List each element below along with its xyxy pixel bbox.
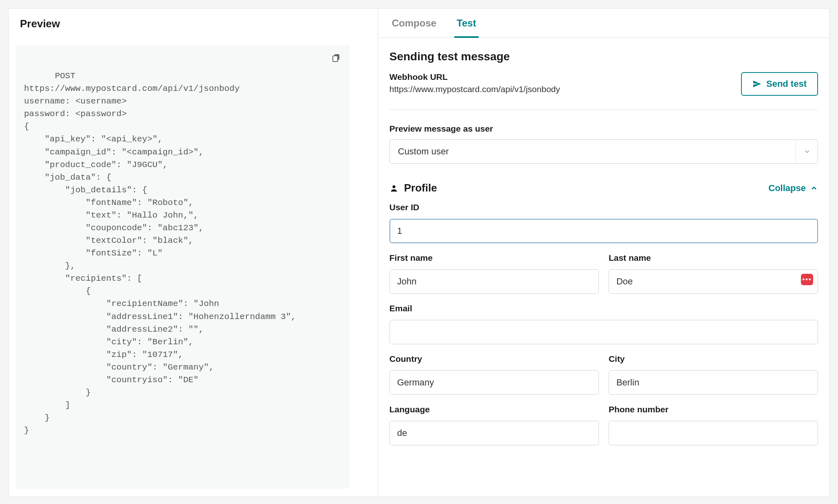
- more-icon[interactable]: •••: [801, 274, 813, 285]
- chevron-up-icon: [810, 184, 818, 192]
- first-name-label: First name: [389, 253, 599, 263]
- user-id-input[interactable]: [389, 219, 818, 243]
- country-input[interactable]: [389, 370, 599, 395]
- country-label: Country: [389, 354, 599, 364]
- preview-title: Preview: [9, 9, 378, 37]
- phone-input[interactable]: [609, 421, 818, 445]
- city-input[interactable]: [609, 370, 818, 395]
- profile-title-text: Profile: [404, 182, 437, 194]
- svg-point-2: [392, 185, 395, 188]
- tab-test[interactable]: Test: [454, 9, 479, 38]
- last-name-input[interactable]: [609, 269, 818, 294]
- language-input[interactable]: [389, 421, 599, 445]
- email-label: Email: [389, 304, 818, 313]
- profile-title: Profile: [389, 182, 437, 194]
- person-icon: [389, 184, 398, 193]
- collapse-button[interactable]: Collapse: [768, 183, 818, 194]
- code-preview: POST https://www.mypostcard.com/api/v1/j…: [16, 46, 350, 489]
- preview-user-value: Custom user: [389, 139, 818, 164]
- app-container: Preview POST https://www.mypostcard.com/…: [8, 8, 830, 497]
- tab-bar: Compose Test: [378, 9, 829, 38]
- profile-header: Profile Collapse: [389, 182, 818, 194]
- first-name-input[interactable]: [389, 269, 599, 294]
- divider: [389, 110, 818, 110]
- profile-form: User ID First name Last name •••: [389, 202, 818, 445]
- webhook-row: Webhook URL https://www.mypostcard.com/a…: [389, 72, 818, 96]
- send-test-label: Send test: [766, 79, 807, 89]
- copy-button[interactable]: [330, 51, 343, 64]
- preview-user-label: Preview message as user: [389, 124, 818, 134]
- preview-user-select[interactable]: Custom user: [389, 139, 818, 164]
- phone-label: Phone number: [609, 405, 818, 414]
- send-icon: [752, 79, 761, 88]
- panel-body: Sending test message Webhook URL https:/…: [378, 38, 829, 458]
- tab-compose[interactable]: Compose: [389, 9, 439, 38]
- language-label: Language: [389, 405, 599, 414]
- preview-panel: Preview POST https://www.mypostcard.com/…: [9, 9, 378, 497]
- webhook-info: Webhook URL https://www.mypostcard.com/a…: [389, 72, 560, 96]
- send-test-button[interactable]: Send test: [741, 72, 818, 96]
- test-panel: Compose Test Sending test message Webhoo…: [378, 9, 829, 497]
- city-label: City: [609, 354, 818, 364]
- email-input[interactable]: [389, 320, 818, 344]
- svg-rect-1: [333, 56, 338, 62]
- sending-title: Sending test message: [389, 50, 818, 63]
- last-name-label: Last name: [609, 253, 818, 263]
- copy-icon: [331, 53, 341, 63]
- collapse-label: Collapse: [768, 183, 806, 194]
- webhook-label: Webhook URL: [389, 72, 560, 82]
- webhook-value: https://www.mypostcard.com/api/v1/jsonbo…: [389, 84, 560, 94]
- user-id-label: User ID: [389, 202, 818, 212]
- code-text: POST https://www.mypostcard.com/api/v1/j…: [24, 71, 296, 435]
